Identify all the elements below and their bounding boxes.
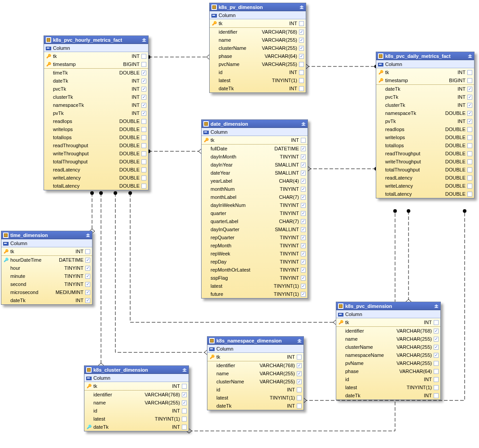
column-row[interactable]: timestampBIGINT (44, 60, 148, 68)
nullable-checkbox[interactable] (182, 408, 187, 413)
nullable-checkbox[interactable]: ✓ (299, 38, 304, 43)
nullable-checkbox[interactable]: ✓ (301, 276, 306, 281)
nullable-checkbox[interactable] (141, 167, 146, 172)
nullable-checkbox[interactable]: ✓ (301, 227, 306, 232)
nullable-checkbox[interactable]: ✓ (301, 171, 306, 176)
table-titlebar[interactable]: k8s_pvc_daily_metrics_fact (376, 52, 474, 60)
nullable-checkbox[interactable] (467, 135, 472, 140)
column-row[interactable]: latestTINYINT(1) (210, 76, 306, 84)
column-row[interactable]: clusterNameVARCHAR(255)✓ (207, 378, 303, 386)
column-row[interactable]: readIopsDOUBLE (376, 125, 474, 133)
nullable-checkbox[interactable] (141, 176, 146, 180)
column-row[interactable]: repMonthTINYINT✓ (202, 242, 308, 250)
nullable-checkbox[interactable] (141, 151, 146, 156)
nullable-checkbox[interactable]: ✓ (85, 266, 90, 271)
table-cluster[interactable]: k8s_cluster_dimensionColumntkINTidentifi… (84, 365, 189, 431)
nullable-checkbox[interactable]: ✓ (434, 353, 439, 358)
column-row[interactable]: latestTINYINT(1) (336, 383, 440, 391)
column-row[interactable]: writeIopsDOUBLE (44, 125, 148, 133)
column-row[interactable]: namespaceTkINT✓ (44, 101, 148, 109)
column-row[interactable]: repMonthOrLatestTINYINT✓ (202, 266, 308, 274)
column-row[interactable]: nameVARCHAR(255)✓ (207, 369, 303, 378)
nullable-checkbox[interactable] (467, 78, 472, 83)
nullable-checkbox[interactable]: ✓ (299, 30, 304, 35)
column-row[interactable]: dayInQuarterSMALLINT✓ (202, 225, 308, 233)
nullable-checkbox[interactable] (434, 361, 439, 366)
column-row[interactable]: dateTkINT (210, 84, 306, 92)
collapse-icon[interactable] (468, 54, 472, 58)
nullable-checkbox[interactable]: ✓ (297, 371, 302, 376)
nullable-checkbox[interactable] (467, 127, 472, 132)
column-row[interactable]: clusterTkINT✓ (376, 101, 474, 109)
column-row[interactable]: dateTkINT✓ (376, 85, 474, 93)
column-row[interactable]: sspFlagTINYINT✓ (202, 274, 308, 282)
nullable-checkbox[interactable] (467, 143, 472, 148)
column-row[interactable]: identifierVARCHAR(768)✓ (336, 327, 440, 335)
column-row[interactable]: readLatencyDOUBLE (376, 174, 474, 182)
nullable-checkbox[interactable] (141, 143, 146, 148)
column-row[interactable]: dateTkINT (336, 391, 440, 400)
column-row[interactable]: dateTkINT (84, 423, 189, 431)
column-row[interactable]: microsecondMEDIUMINT✓ (1, 288, 92, 296)
column-row[interactable]: totalThroughputDOUBLE (44, 158, 148, 166)
nullable-checkbox[interactable]: ✓ (141, 95, 146, 100)
column-row[interactable]: idINT (336, 375, 440, 383)
table-titlebar[interactable]: k8s_namespace_dimension (207, 337, 303, 345)
column-row[interactable]: readThroughputDOUBLE (44, 141, 148, 149)
column-row[interactable]: tkINT (376, 68, 474, 76)
nullable-checkbox[interactable]: ✓ (85, 298, 90, 303)
nullable-checkbox[interactable]: ✓ (434, 337, 439, 342)
column-row[interactable]: pvNameVARCHAR(255) (336, 359, 440, 367)
column-row[interactable]: pvcNameVARCHAR(255) (210, 60, 306, 68)
column-row[interactable]: writeIopsDOUBLE (376, 133, 474, 141)
nullable-checkbox[interactable] (141, 127, 146, 132)
nullable-checkbox[interactable]: ✓ (297, 379, 302, 384)
column-row[interactable]: hourTINYINT✓ (1, 264, 92, 272)
column-row[interactable]: dateTkINT✓ (1, 296, 92, 304)
column-row[interactable]: nameVARCHAR(255)✓ (84, 399, 189, 407)
nullable-checkbox[interactable]: ✓ (301, 163, 306, 167)
column-row[interactable]: nameVARCHAR(255)✓ (336, 335, 440, 343)
nullable-checkbox[interactable] (299, 78, 304, 83)
nullable-checkbox[interactable]: ✓ (182, 400, 187, 405)
nullable-checkbox[interactable]: ✓ (301, 203, 306, 208)
column-row[interactable]: readIopsDOUBLE (44, 117, 148, 125)
nullable-checkbox[interactable]: ✓ (467, 111, 472, 116)
table-titlebar[interactable]: time_dimension (1, 231, 92, 239)
column-row[interactable]: repWeekTINYINT✓ (202, 250, 308, 258)
table-titlebar[interactable]: date_dimension (202, 120, 308, 128)
column-row[interactable]: totalIopsDOUBLE (376, 141, 474, 149)
column-row[interactable]: tkINT (336, 318, 440, 326)
nullable-checkbox[interactable] (297, 395, 302, 400)
table-pvc[interactable]: k8s_pvc_dimensionColumntkINTidentifierVA… (336, 302, 441, 400)
column-row[interactable]: pvTkINT✓ (376, 117, 474, 125)
nullable-checkbox[interactable]: ✓ (141, 70, 146, 75)
column-row[interactable]: totalLatencyDOUBLE (44, 182, 148, 190)
column-row[interactable]: secondTINYINT✓ (1, 280, 92, 288)
column-row[interactable]: quarterLabelCHAR(7)✓ (202, 217, 308, 225)
nullable-checkbox[interactable] (467, 192, 472, 197)
nullable-checkbox[interactable]: ✓ (467, 95, 472, 100)
nullable-checkbox[interactable] (85, 249, 90, 254)
column-row[interactable]: dayInWeekNumTINYINT✓ (202, 201, 308, 209)
nullable-checkbox[interactable]: ✓ (434, 329, 439, 334)
nullable-checkbox[interactable] (141, 54, 146, 59)
nullable-checkbox[interactable]: ✓ (299, 54, 304, 59)
collapse-icon[interactable] (297, 339, 302, 343)
column-row[interactable]: futureTINYINT(1)✓ (202, 290, 308, 298)
nullable-checkbox[interactable]: ✓ (467, 103, 472, 108)
nullable-checkbox[interactable]: ✓ (301, 251, 306, 256)
column-row[interactable]: latestTINYINT(1)✓ (202, 282, 308, 290)
column-row[interactable]: idINT (207, 386, 303, 394)
table-date[interactable]: date_dimensionColumntkINTfullDateDATETIM… (201, 119, 308, 299)
table-ns[interactable]: k8s_namespace_dimensionColumntkINTidenti… (207, 336, 304, 410)
nullable-checkbox[interactable]: ✓ (301, 219, 306, 224)
collapse-icon[interactable] (299, 5, 304, 9)
column-row[interactable]: idINT (210, 68, 306, 76)
table-time[interactable]: time_dimensionColumntkINThourDateTimeDAT… (1, 231, 92, 305)
column-row[interactable]: tkINT (207, 353, 303, 361)
nullable-checkbox[interactable]: ✓ (467, 119, 472, 124)
nullable-checkbox[interactable] (182, 384, 187, 389)
nullable-checkbox[interactable]: ✓ (85, 290, 90, 295)
column-row[interactable]: dayInMonthTINYINT✓ (202, 153, 308, 161)
